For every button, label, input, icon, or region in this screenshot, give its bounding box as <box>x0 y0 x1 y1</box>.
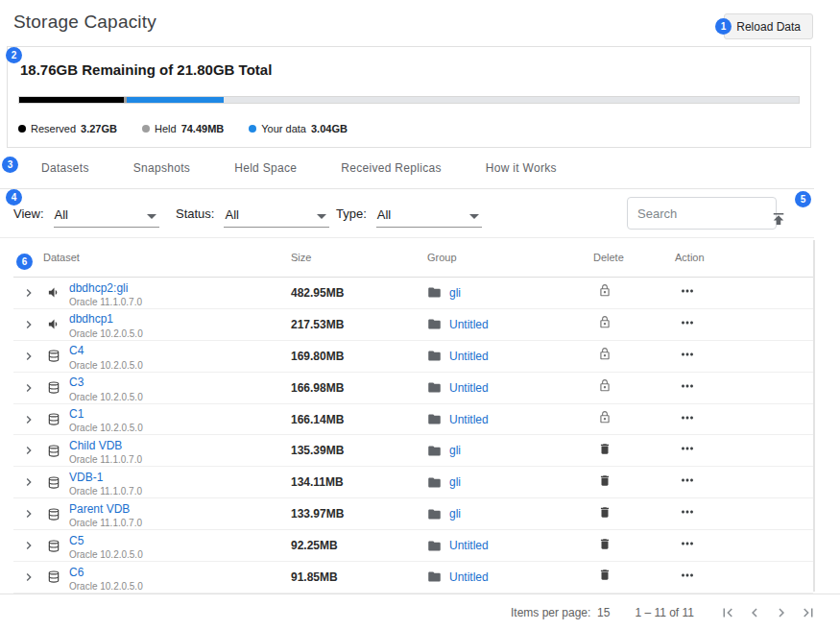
row-actions-button[interactable] <box>679 472 696 489</box>
folder-icon <box>427 380 442 395</box>
legend-value: 3.04GB <box>311 123 348 134</box>
group-link[interactable]: gli <box>449 475 461 489</box>
type-select[interactable]: All <box>376 207 482 228</box>
row-actions-button[interactable] <box>679 567 696 584</box>
group-link[interactable]: gli <box>449 286 461 300</box>
chevron-right-icon[interactable] <box>773 604 790 621</box>
row-expand-chevron[interactable] <box>21 285 38 301</box>
tab-datasets[interactable]: Datasets <box>41 161 89 175</box>
column-header-dataset[interactable]: Dataset <box>13 252 291 263</box>
row-expand-chevron[interactable] <box>21 474 38 490</box>
trash-icon[interactable] <box>598 473 612 488</box>
group-link[interactable]: gli <box>449 444 461 457</box>
trash-icon[interactable] <box>598 505 612 520</box>
group-cell: Untitled <box>427 539 590 553</box>
row-expand-chevron[interactable] <box>21 538 38 553</box>
row-expand-chevron[interactable] <box>21 380 38 396</box>
view-select[interactable]: All <box>54 207 159 228</box>
tab-held-space[interactable]: Held Space <box>234 161 297 175</box>
group-link[interactable]: Untitled <box>449 350 489 363</box>
row-expand-chevron[interactable] <box>21 317 38 332</box>
dataset-name-block: C3 Oracle 10.2.0.5.0 <box>69 373 143 402</box>
row-expand-chevron[interactable] <box>21 569 38 585</box>
dataset-link[interactable]: dbdhcp1 <box>69 312 113 326</box>
reload-data-button[interactable]: Reload Data <box>724 13 813 39</box>
dataset-cell: Parent VDB Oracle 11.1.0.7.0 <box>13 498 291 529</box>
folder-icon <box>427 317 442 331</box>
dataset-link[interactable]: Child VDB <box>69 439 122 452</box>
row-actions-button[interactable] <box>679 440 696 457</box>
table-scrollbar[interactable] <box>813 240 815 592</box>
group-link[interactable]: Untitled <box>449 539 489 552</box>
column-header-group[interactable]: Group <box>427 252 590 263</box>
group-link[interactable]: Untitled <box>449 381 489 395</box>
action-cell <box>672 472 813 493</box>
row-actions-button[interactable] <box>679 535 696 552</box>
lock-icon[interactable] <box>598 315 612 329</box>
row-actions-button[interactable] <box>679 409 696 426</box>
legend-value: 74.49MB <box>181 123 225 134</box>
row-expand-chevron[interactable] <box>21 349 38 364</box>
lock-icon[interactable] <box>598 347 612 361</box>
last-page-icon[interactable] <box>800 604 817 621</box>
row-actions-button[interactable] <box>679 503 696 521</box>
chevron-left-icon[interactable] <box>746 604 763 621</box>
dataset-subtitle: Oracle 11.1.0.7.0 <box>69 297 142 308</box>
dataset-link[interactable]: C3 <box>69 376 84 389</box>
dataset-link[interactable]: dbdhcp2:gli <box>69 281 128 295</box>
pagination-controls <box>719 604 817 621</box>
group-link[interactable]: Untitled <box>449 570 489 584</box>
callout-6: 6 <box>16 254 33 270</box>
dataset-cell: C4 Oracle 10.2.0.5.0 <box>13 341 291 372</box>
folder-icon <box>427 412 442 426</box>
action-cell <box>672 503 813 524</box>
dataset-link[interactable]: C5 <box>69 534 84 547</box>
dataset-link[interactable]: C6 <box>69 566 84 579</box>
folder-icon <box>427 539 442 553</box>
row-expand-chevron[interactable] <box>21 443 38 458</box>
dataset-subtitle: Oracle 10.2.0.5.0 <box>69 360 143 372</box>
folder-icon <box>427 475 442 490</box>
row-actions-button[interactable] <box>679 314 696 331</box>
trash-icon[interactable] <box>598 568 612 582</box>
lock-icon[interactable] <box>598 283 612 298</box>
dataset-link[interactable]: VDB-1 <box>69 471 103 484</box>
lock-icon[interactable] <box>598 378 612 393</box>
items-per-page-value[interactable]: 15 <box>597 606 610 619</box>
row-actions-button[interactable] <box>679 346 696 363</box>
delete-cell <box>590 505 672 523</box>
dataset-link[interactable]: C4 <box>69 344 84 357</box>
row-actions-button[interactable] <box>679 282 696 300</box>
first-page-icon[interactable] <box>719 604 736 621</box>
row-expand-chevron[interactable] <box>21 412 38 427</box>
delete-cell <box>590 442 672 460</box>
row-actions-button[interactable] <box>679 377 696 395</box>
vdb-icon <box>47 349 62 363</box>
legend-label: Reserved <box>31 123 76 134</box>
dataset-link[interactable]: Parent VDB <box>69 502 130 516</box>
column-header-size[interactable]: Size <box>291 252 427 263</box>
size-value: 166.14MB <box>291 413 427 426</box>
tab-received-replicas[interactable]: Received Replicas <box>341 161 441 175</box>
group-link[interactable]: gli <box>449 507 461 521</box>
row-expand-chevron[interactable] <box>21 506 38 521</box>
lock-icon[interactable] <box>598 410 612 424</box>
trash-icon[interactable] <box>598 442 612 456</box>
dataset-name-block: C1 Oracle 10.2.0.5.0 <box>69 404 143 434</box>
export-button[interactable] <box>770 210 787 228</box>
search-input[interactable] <box>628 198 776 229</box>
dataset-link[interactable]: C1 <box>69 407 84 421</box>
status-select[interactable]: All <box>224 207 329 228</box>
folder-icon <box>427 349 442 363</box>
dataset-cell: C3 Oracle 10.2.0.5.0 <box>13 373 291 403</box>
status-select-value: All <box>225 207 238 222</box>
trash-icon[interactable] <box>598 537 612 551</box>
group-link[interactable]: Untitled <box>449 318 489 331</box>
delete-cell <box>590 473 672 492</box>
tab-how-it-works[interactable]: How it Works <box>486 161 557 175</box>
vdb-icon <box>47 475 62 490</box>
group-link[interactable]: Untitled <box>449 413 489 426</box>
dataset-name-block: C4 Oracle 10.2.0.5.0 <box>69 341 143 371</box>
tab-snapshots[interactable]: Snapshots <box>133 161 190 175</box>
size-value: 217.53MB <box>291 318 427 331</box>
